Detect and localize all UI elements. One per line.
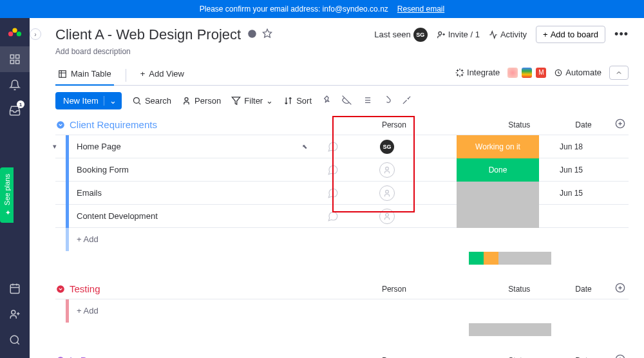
hide-icon[interactable] — [342, 95, 352, 107]
tools-icon[interactable] — [402, 95, 412, 107]
date-cell[interactable]: Jun 15 — [539, 165, 603, 174]
chat-icon[interactable] — [320, 164, 346, 176]
app-icon-1[interactable] — [507, 68, 518, 78]
item-name[interactable]: Content Development — [69, 211, 320, 221]
collapse-header-icon[interactable] — [609, 66, 629, 80]
table-row[interactable]: Content Development — [55, 204, 629, 227]
group-title[interactable]: Client Requirements — [70, 119, 157, 130]
automate-button[interactable]: Automate — [554, 68, 601, 77]
column-header-date[interactable]: Date — [555, 285, 611, 294]
column-header-person[interactable]: Person — [358, 120, 430, 129]
item-name[interactable]: Emails — [69, 188, 320, 198]
item-name[interactable]: Home Page⬉ — [69, 142, 320, 151]
table-row[interactable]: ▾ Home Page⬉ SG Working on it Jun 18 — [55, 135, 629, 158]
inbox-icon[interactable]: 1 — [0, 98, 30, 124]
resend-email-link[interactable]: Resend email — [397, 5, 444, 14]
tab-add-view[interactable]: + Add View — [138, 65, 187, 85]
add-column-icon[interactable] — [612, 354, 629, 358]
my-work-icon[interactable] — [0, 276, 30, 301]
collapse-group-icon[interactable] — [55, 355, 66, 359]
chat-icon[interactable] — [320, 141, 346, 153]
column-header-status[interactable]: Status — [483, 120, 555, 129]
date-cell[interactable]: Jun 15 — [539, 189, 603, 198]
collapse-group-icon[interactable] — [55, 120, 66, 130]
chat-icon[interactable] — [320, 211, 346, 222]
row-menu-icon[interactable]: ▾ — [53, 142, 57, 151]
notifications-icon[interactable] — [0, 72, 30, 98]
table-row[interactable]: Emails Jun 15 — [55, 181, 629, 204]
item-name[interactable]: Booking Form — [69, 165, 320, 174]
add-column-icon[interactable] — [612, 118, 629, 131]
board-description[interactable]: Add board description — [55, 47, 629, 56]
add-column-icon[interactable] — [612, 283, 629, 295]
email-confirm-banner: Please confirm your email address: info@… — [0, 0, 644, 18]
integrate-button[interactable]: Integrate — [455, 68, 500, 77]
group-in-progress: In ProgressPersonStatusDate Item 4 + Add — [55, 354, 629, 358]
status-cell[interactable] — [457, 182, 539, 205]
search-button[interactable]: Search — [132, 96, 171, 106]
info-icon[interactable] — [247, 29, 257, 41]
status-cell[interactable]: Done — [457, 158, 539, 182]
sort-button[interactable]: Sort — [283, 96, 312, 106]
svg-rect-5 — [10, 61, 14, 64]
invite-button[interactable]: Invite / 1 — [437, 30, 480, 39]
height-icon[interactable] — [362, 95, 372, 107]
status-cell[interactable] — [457, 205, 539, 228]
new-item-button[interactable]: New Item⌄ — [55, 92, 122, 109]
status-cell[interactable]: Working on it — [457, 135, 539, 158]
collapse-group-icon[interactable] — [55, 284, 66, 294]
column-header-status[interactable]: Status — [483, 285, 555, 294]
search-everything-icon[interactable] — [0, 327, 30, 353]
svg-point-2 — [17, 32, 21, 36]
favorite-star-icon[interactable] — [262, 28, 272, 41]
column-header-person[interactable]: Person — [358, 356, 430, 359]
date-cell[interactable]: Jun 18 — [539, 142, 603, 151]
workspaces-icon[interactable] — [0, 46, 30, 72]
add-item-button[interactable]: + Add — [69, 234, 320, 244]
column-header-person[interactable]: Person — [358, 285, 430, 294]
logo-icon — [8, 24, 22, 39]
column-header-date[interactable]: Date — [555, 356, 611, 359]
activity-button[interactable]: Activity — [489, 30, 527, 39]
chevron-down-icon[interactable]: ⌄ — [104, 96, 117, 106]
column-header-date[interactable]: Date — [555, 120, 611, 129]
board-menu-icon[interactable]: ••• — [614, 28, 629, 41]
last-seen[interactable]: Last seenSG — [374, 28, 427, 42]
svg-point-21 — [386, 190, 389, 193]
filter-button[interactable]: Filter ⌄ — [231, 96, 273, 106]
add-to-board-button[interactable]: + Add to board — [536, 26, 605, 43]
svg-point-18 — [57, 121, 64, 129]
color-icon[interactable] — [382, 95, 392, 107]
svg-point-15 — [133, 98, 139, 104]
svg-point-10 — [248, 30, 256, 38]
person-filter-button[interactable]: Person — [182, 96, 221, 106]
column-header-status[interactable]: Status — [483, 356, 555, 359]
person-cell[interactable]: SG — [346, 140, 428, 154]
person-cell[interactable] — [346, 209, 428, 224]
person-cell[interactable] — [346, 162, 428, 178]
person-cell[interactable] — [346, 185, 428, 201]
svg-rect-6 — [16, 61, 19, 64]
svg-rect-3 — [10, 55, 14, 58]
svg-rect-7 — [10, 285, 19, 294]
svg-point-22 — [386, 213, 389, 216]
add-item-button[interactable]: + Add — [69, 306, 320, 316]
tab-main-table[interactable]: Main Table — [55, 65, 114, 85]
chat-icon[interactable] — [320, 187, 346, 199]
integration-apps[interactable]: M — [507, 68, 546, 78]
invite-members-icon[interactable] — [0, 301, 30, 327]
group-title[interactable]: Testing — [70, 283, 100, 294]
avatar: SG — [413, 28, 428, 42]
pin-icon[interactable] — [322, 95, 332, 107]
app-icon-2[interactable] — [522, 68, 532, 78]
svg-rect-13 — [59, 70, 66, 77]
table-row[interactable]: Booking Form Done Jun 15 — [55, 158, 629, 181]
group-title[interactable]: In Progress — [70, 355, 119, 358]
collapse-sidebar-icon[interactable]: › — [30, 28, 41, 40]
board-title[interactable]: Client A - Web Design Project — [55, 26, 241, 43]
gmail-icon[interactable]: M — [536, 68, 546, 78]
svg-point-12 — [439, 32, 442, 35]
cursor-icon: ⬉ — [302, 143, 307, 150]
svg-point-1 — [12, 28, 17, 33]
see-plans-button[interactable]: ✦ See plans — [0, 167, 14, 223]
